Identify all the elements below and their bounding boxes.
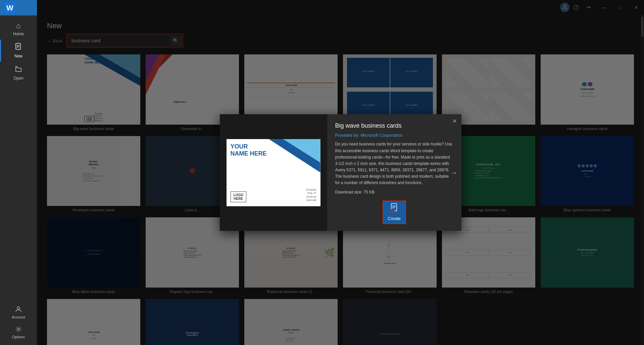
preview-bottom: LOGOHERE [Compan][City, ST[email ad[web …	[231, 188, 316, 202]
account-label: Account	[12, 315, 25, 319]
svg-point-7	[17, 328, 19, 330]
main-content: New ← Back 🔍 Y	[37, 0, 644, 345]
modal-preview-card: YOURNAME HERE LOGOHERE [Compan][City, ST…	[227, 139, 320, 206]
preview-name: YOURNAME HERE	[231, 143, 316, 158]
modal-download: Download size: 75 KB	[335, 190, 453, 195]
sidebar-item-open-label: Open	[13, 76, 23, 81]
svg-text:W: W	[6, 4, 13, 12]
modal-info: Big wave business cards Provided by: Mic…	[327, 114, 461, 230]
modal-download-size: 75 KB	[363, 190, 375, 195]
sidebar-bottom: Account Options	[0, 303, 37, 345]
account-icon	[15, 306, 22, 314]
modal-preview: YOURNAME HERE LOGOHERE [Compan][City, ST…	[220, 114, 327, 230]
create-button[interactable]: Create	[383, 201, 406, 224]
modal-overlay: ✕ YOURNAME HERE LOGOHERE [Compan][City, …	[37, 0, 644, 345]
app-logo: W	[0, 0, 37, 15]
sidebar-item-new-label: New	[14, 54, 22, 58]
modal-download-label: Download size:	[335, 190, 362, 195]
sidebar-nav: ⌂ Home New Open	[0, 15, 37, 303]
preview-logo: LOGOHERE	[231, 191, 246, 202]
home-icon: ⌂	[16, 21, 20, 30]
sidebar-item-options[interactable]: Options	[0, 323, 37, 342]
open-icon	[15, 65, 22, 75]
sidebar: W ⌂ Home New	[0, 0, 37, 345]
modal-close-button[interactable]: ✕	[451, 117, 459, 125]
modal-description: Do you need business cards for your serv…	[335, 141, 453, 186]
new-icon	[15, 43, 22, 52]
sidebar-item-home[interactable]: ⌂ Home	[0, 18, 37, 40]
preview-info: [Compan][City, ST[email ad[web add	[306, 188, 316, 202]
modal-next-arrow[interactable]: →	[450, 168, 458, 177]
create-button-label: Create	[388, 216, 401, 221]
modal-provider-label: Provided by:	[335, 133, 359, 138]
svg-rect-15	[390, 209, 394, 212]
svg-point-6	[17, 307, 20, 309]
create-btn-wrapper: Create	[335, 201, 453, 224]
sidebar-item-home-label: Home	[13, 32, 24, 36]
options-label: Options	[12, 335, 25, 339]
sidebar-item-open[interactable]: Open	[0, 62, 37, 84]
sidebar-item-account[interactable]: Account	[0, 303, 37, 322]
modal-provider-name: Microsoft Corporation	[360, 133, 402, 138]
create-button-icon	[390, 203, 398, 215]
modal-title: Big wave business cards	[335, 122, 453, 129]
modal: ✕ YOURNAME HERE LOGOHERE [Compan][City, …	[220, 114, 461, 230]
options-icon	[15, 326, 22, 334]
modal-provider: Provided by: Microsoft Corporation	[335, 133, 453, 138]
sidebar-item-new[interactable]: New	[0, 40, 37, 62]
